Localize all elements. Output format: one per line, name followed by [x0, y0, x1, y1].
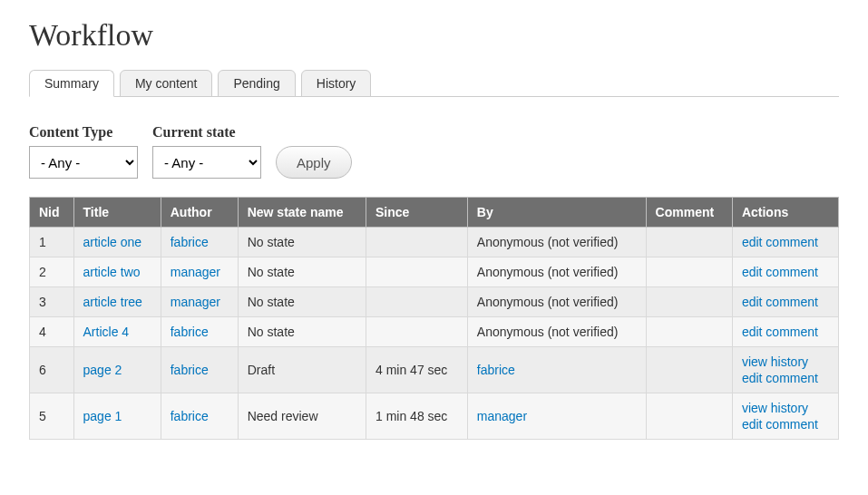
cell-comment — [646, 228, 732, 257]
title-link[interactable]: Article 4 — [83, 325, 130, 339]
cell-author: manager — [161, 287, 238, 317]
view-history-link[interactable]: view history — [742, 354, 829, 369]
col-by[interactable]: By — [467, 198, 646, 228]
col-nid[interactable]: Nid — [30, 198, 74, 228]
table-row: 2article twomanagerNo stateAnonymous (no… — [30, 257, 839, 287]
cell-actions: edit comment — [732, 228, 838, 257]
cell-actions: edit comment — [732, 257, 838, 287]
action-stack: view historyedit comment — [742, 401, 829, 432]
cell-since: 1 min 48 sec — [366, 393, 467, 440]
cell-title: page 1 — [73, 393, 161, 440]
page-title: Workflow — [29, 18, 839, 53]
cell-by: Anonymous (not verified) — [467, 228, 646, 257]
by-link[interactable]: fabrice — [477, 363, 515, 377]
tab-my-content[interactable]: My content — [120, 70, 212, 97]
author-link[interactable]: fabrice — [171, 235, 209, 249]
current-state-select[interactable]: - Any - — [152, 146, 261, 179]
content-type-select[interactable]: - Any - — [29, 146, 138, 179]
cell-since: 4 min 47 sec — [366, 347, 467, 393]
title-link[interactable]: page 2 — [83, 363, 122, 377]
action-stack: edit comment — [742, 295, 829, 309]
col-since[interactable]: Since — [366, 198, 467, 228]
cell-author: manager — [161, 257, 238, 287]
cell-state: No state — [238, 257, 366, 287]
table-row: 3article treemanagerNo stateAnonymous (n… — [30, 287, 839, 317]
cell-actions: edit comment — [732, 317, 838, 347]
cell-by: manager — [467, 393, 646, 440]
edit-comment-link[interactable]: edit comment — [742, 325, 829, 339]
edit-comment-link[interactable]: edit comment — [742, 235, 829, 249]
action-stack: edit comment — [742, 265, 829, 279]
author-link[interactable]: fabrice — [171, 363, 209, 377]
cell-nid: 6 — [30, 347, 74, 393]
title-link[interactable]: article one — [83, 235, 142, 249]
cell-by: Anonymous (not verified) — [467, 287, 646, 317]
cell-nid: 2 — [30, 257, 74, 287]
edit-comment-link[interactable]: edit comment — [742, 265, 829, 279]
cell-nid: 1 — [30, 228, 74, 257]
cell-comment — [646, 393, 732, 440]
tab-summary[interactable]: Summary — [29, 70, 114, 97]
current-state-filter: Current state - Any - — [152, 124, 261, 179]
cell-nid: 4 — [30, 317, 74, 347]
title-link[interactable]: page 1 — [83, 409, 122, 423]
cell-author: fabrice — [161, 393, 238, 440]
action-stack: edit comment — [742, 325, 829, 339]
col-title[interactable]: Title — [73, 198, 161, 228]
table-row: 4Article 4fabriceNo stateAnonymous (not … — [30, 317, 839, 347]
cell-state: No state — [238, 287, 366, 317]
cell-state: Need review — [238, 393, 366, 440]
cell-since — [366, 317, 467, 347]
table-row: 5page 1fabriceNeed review1 min 48 secman… — [30, 393, 839, 440]
action-stack: edit comment — [742, 235, 829, 249]
col-actions[interactable]: Actions — [732, 198, 838, 228]
col-new-state-name[interactable]: New state name — [238, 198, 366, 228]
cell-by: Anonymous (not verified) — [467, 317, 646, 347]
cell-since — [366, 287, 467, 317]
cell-state: No state — [238, 228, 366, 257]
col-comment[interactable]: Comment — [646, 198, 732, 228]
cell-title: article tree — [73, 287, 161, 317]
author-link[interactable]: fabrice — [171, 409, 209, 423]
cell-author: fabrice — [161, 347, 238, 393]
cell-actions: edit comment — [732, 287, 838, 317]
cell-comment — [646, 317, 732, 347]
col-author[interactable]: Author — [161, 198, 238, 228]
view-history-link[interactable]: view history — [742, 401, 829, 415]
cell-title: page 2 — [73, 347, 161, 393]
cell-comment — [646, 287, 732, 317]
apply-button[interactable]: Apply — [276, 146, 352, 179]
cell-by: Anonymous (not verified) — [467, 257, 646, 287]
edit-comment-link[interactable]: edit comment — [742, 371, 829, 385]
title-link[interactable]: article two — [83, 265, 141, 279]
cell-comment — [646, 257, 732, 287]
edit-comment-link[interactable]: edit comment — [742, 417, 829, 432]
current-state-label: Current state — [152, 124, 261, 141]
cell-state: No state — [238, 317, 366, 347]
content-type-label: Content Type — [29, 124, 138, 141]
cell-by: fabrice — [467, 347, 646, 393]
tab-history[interactable]: History — [301, 70, 372, 97]
filter-bar: Content Type - Any - Current state - Any… — [29, 124, 839, 179]
action-stack: view historyedit comment — [742, 354, 829, 385]
cell-actions: view historyedit comment — [732, 393, 838, 440]
edit-comment-link[interactable]: edit comment — [742, 295, 829, 309]
cell-nid: 5 — [30, 393, 74, 440]
cell-title: article one — [73, 228, 161, 257]
cell-since — [366, 228, 467, 257]
author-link[interactable]: manager — [171, 265, 220, 279]
cell-title: article two — [73, 257, 161, 287]
by-link[interactable]: manager — [477, 409, 527, 423]
title-link[interactable]: article tree — [83, 295, 142, 309]
cell-state: Draft — [238, 347, 366, 393]
cell-author: fabrice — [161, 228, 238, 257]
author-link[interactable]: manager — [171, 295, 220, 309]
author-link[interactable]: fabrice — [171, 325, 209, 339]
table-row: 6page 2fabriceDraft4 min 47 secfabricevi… — [30, 347, 839, 393]
content-type-filter: Content Type - Any - — [29, 124, 138, 179]
table-row: 1article onefabriceNo stateAnonymous (no… — [30, 228, 839, 257]
cell-nid: 3 — [30, 287, 74, 317]
cell-comment — [646, 347, 732, 393]
tab-pending[interactable]: Pending — [218, 70, 295, 97]
cell-author: fabrice — [161, 317, 238, 347]
